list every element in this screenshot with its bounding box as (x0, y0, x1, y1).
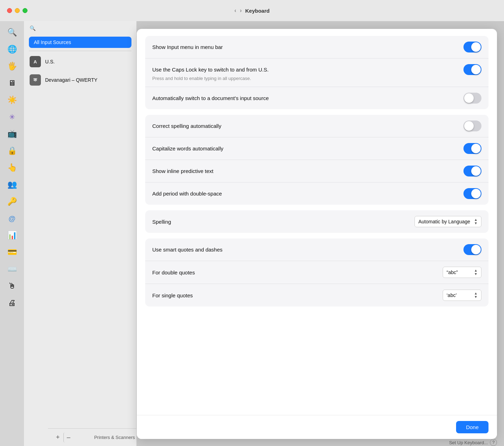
all-input-sources-button[interactable]: All Input Sources (29, 37, 131, 48)
caps-lock-sublabel: Press and hold to enable typing in all u… (152, 76, 251, 81)
close-button[interactable] (7, 8, 12, 13)
sidebar-icon-at[interactable]: @ (4, 211, 20, 226)
sidebar-icon-people[interactable]: 👥 (4, 177, 20, 192)
devanagari-icon: क (30, 74, 41, 86)
traffic-light-group (7, 8, 27, 13)
spelling-label: Spelling (152, 219, 171, 225)
back-button[interactable]: ‹ (234, 7, 236, 14)
sidebar-icon-printers[interactable]: 🖨 (4, 295, 20, 311)
single-quotes-select[interactable]: ‘abc’ ▲ ▼ (443, 290, 481, 301)
correct-spelling-label: Correct spelling automatically (152, 123, 221, 129)
input-source-us[interactable]: A U.S. (24, 52, 136, 71)
toggle-knob (464, 121, 474, 131)
setting-row-single-quotes: For single quotes ‘abc’ ▲ ▼ (145, 284, 488, 306)
caps-lock-toggle[interactable] (463, 64, 481, 75)
capitalize-words-toggle[interactable] (463, 143, 481, 154)
double-quotes-label: For double quotes (152, 270, 195, 275)
settings-group-4: Use smart quotes and dashes For double q… (145, 239, 488, 306)
main-panel: Show Input menu in menu bar Use the Caps… (137, 29, 497, 439)
toggle-knob (471, 42, 481, 52)
single-quotes-select-value: ‘abc’ (447, 292, 457, 298)
sidebar-icon-wallet[interactable]: 💳 (4, 244, 20, 260)
search-bar: 🔍 (24, 21, 136, 35)
period-double-space-label: Add period with double-space (152, 191, 222, 197)
select-arrows-icon: ▲ ▼ (474, 218, 478, 225)
sidebar-icon-lock[interactable]: 🔒 (4, 143, 20, 159)
titlebar-center: ‹ › Keyboard (234, 7, 270, 14)
correct-spelling-toggle[interactable] (463, 120, 481, 131)
sidebar-icon-globe[interactable]: 🌐 (4, 42, 20, 57)
toggle-knob (471, 166, 481, 176)
sidebar: 🔍 🌐 🖐 🖥 ☀️ ✳ 📺 🔒 👆 👥 🔑 @ 📊 💳 ⌨️ 🖱 🖨 (0, 21, 24, 446)
period-double-space-toggle[interactable] (463, 188, 481, 199)
toggle-knob (464, 93, 474, 103)
toggle-knob (471, 189, 481, 198)
footer: Done (137, 415, 497, 439)
spelling-select-value: Automatic by Language (418, 219, 470, 224)
setting-row-capitalize-words: Capitalize words automatically (145, 137, 488, 160)
maximize-button[interactable] (23, 8, 27, 13)
input-source-devanagari[interactable]: क Devanagari – QWERTY (24, 71, 136, 89)
sidebar-icon-display[interactable]: 🖥 (4, 75, 20, 91)
search-icon: 🔍 (30, 25, 36, 31)
settings-content: Show Input menu in menu bar Use the Caps… (137, 29, 497, 415)
select-arrows-icon: ▲ ▼ (474, 292, 478, 299)
window-chrome: ‹ › Keyboard (0, 0, 504, 21)
setting-row-auto-switch: Automatically switch to a document's inp… (145, 87, 488, 109)
toggle-knob (471, 144, 481, 153)
select-arrows-icon: ▲ ▼ (474, 269, 478, 276)
double-quotes-select-value: “abc” (447, 270, 458, 275)
help-button[interactable]: ? (490, 439, 497, 446)
status-bar: Set Up Keyboard... ? (137, 439, 504, 446)
us-label: U.S. (45, 59, 55, 64)
setup-keyboard-link[interactable]: Set Up Keyboard... (449, 440, 488, 445)
setting-row-correct-spelling: Correct spelling automatically (145, 115, 488, 137)
sidebar-icon-touch[interactable]: 🖱 (4, 278, 20, 294)
sidebar-icon-hand[interactable]: 🖐 (4, 58, 20, 74)
setting-row-show-input-menu: Show Input menu in menu bar (145, 36, 488, 58)
predictive-text-label: Show inline predictive text (152, 168, 213, 174)
setting-row-spelling: Spelling Automatic by Language ▲ ▼ (145, 210, 488, 233)
show-input-menu-toggle[interactable] (463, 42, 481, 52)
setting-row-double-quotes: For double quotes “abc” ▲ ▼ (145, 261, 488, 284)
spelling-select[interactable]: Automatic by Language ▲ ▼ (414, 216, 481, 227)
auto-switch-toggle[interactable] (463, 93, 481, 104)
toggle-knob (471, 245, 481, 254)
remove-input-source-button[interactable]: – (63, 433, 73, 442)
settings-group-1: Show Input menu in menu bar Use the Caps… (145, 36, 488, 109)
toggle-knob (471, 65, 481, 74)
setting-row-caps-lock: Use the Caps Lock key to switch to and f… (145, 58, 488, 87)
setting-row-period-double-space: Add period with double-space (145, 182, 488, 205)
predictive-text-toggle[interactable] (463, 166, 481, 176)
sidebar-icon-keyboard[interactable]: ⌨️ (4, 261, 20, 277)
sidebar-icon-remote[interactable]: 📺 (4, 126, 20, 142)
window-title: Keyboard (245, 8, 270, 14)
forward-button[interactable]: › (240, 7, 241, 14)
setting-row-smart-quotes: Use smart quotes and dashes (145, 239, 488, 261)
sidebar-icon-search[interactable]: 🔍 (4, 25, 20, 40)
double-quotes-select[interactable]: “abc” ▲ ▼ (443, 267, 481, 278)
caps-lock-label: Use the Caps Lock key to switch to and f… (152, 67, 269, 73)
capitalize-words-label: Capitalize words automatically (152, 145, 223, 151)
show-input-menu-label: Show Input menu in menu bar (152, 44, 223, 50)
setting-row-predictive-text: Show inline predictive text (145, 160, 488, 182)
single-quotes-label: For single quotes (152, 292, 193, 298)
sidebar-icon-fingerprint[interactable]: 👆 (4, 160, 20, 175)
add-input-source-button[interactable]: + (53, 433, 63, 442)
sidebar-icon-chart[interactable]: 📊 (4, 228, 20, 243)
smart-quotes-label: Use smart quotes and dashes (152, 247, 222, 253)
minimize-button[interactable] (15, 8, 20, 13)
sidebar-icon-brightness[interactable]: ☀️ (4, 92, 20, 108)
left-panel: 🔍 All Input Sources A U.S. क Devanagari … (24, 21, 137, 446)
us-icon: A (30, 56, 41, 67)
smart-quotes-toggle[interactable] (463, 244, 481, 255)
devanagari-label: Devanagari – QWERTY (45, 77, 97, 83)
auto-switch-label: Automatically switch to a document's inp… (152, 95, 269, 101)
done-button[interactable]: Done (456, 421, 488, 433)
sidebar-icon-passwords[interactable]: 🔑 (4, 194, 20, 209)
settings-group-3: Spelling Automatic by Language ▲ ▼ (145, 210, 488, 233)
settings-group-2: Correct spelling automatically Capitaliz… (145, 115, 488, 205)
divider (29, 51, 131, 51)
sidebar-icon-flower[interactable]: ✳ (4, 109, 20, 125)
